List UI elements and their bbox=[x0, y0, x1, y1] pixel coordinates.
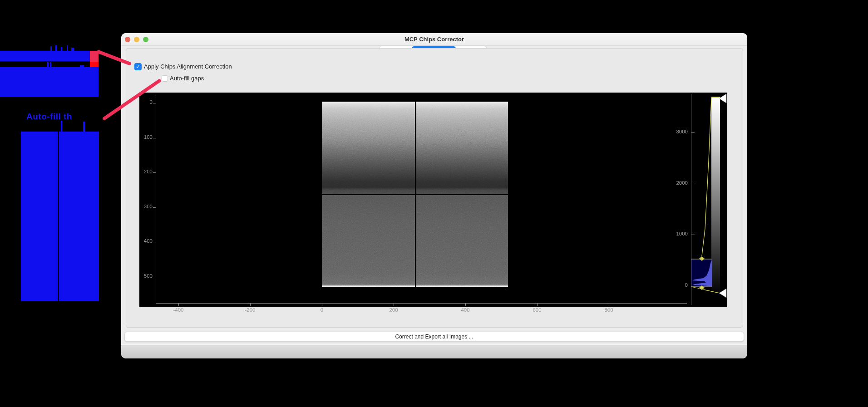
x-tick-label: 0 bbox=[308, 307, 335, 313]
x-tick-mark bbox=[250, 303, 251, 306]
y-tick-label: 300 bbox=[139, 204, 153, 209]
y-tick-label: 400 bbox=[139, 238, 153, 244]
annotation-text-fragment bbox=[50, 62, 51, 67]
x-tick-mark bbox=[322, 303, 322, 306]
annotation-text-fragment bbox=[61, 47, 62, 51]
x-axis-spine bbox=[156, 303, 687, 304]
y-tick-mark bbox=[153, 277, 156, 277]
y-tick-mark bbox=[153, 242, 156, 242]
annotation-highlight-bar bbox=[0, 51, 90, 61]
screenshot-canvas: Auto-fill th MCP Chips Corrector Contras… bbox=[0, 0, 868, 407]
y-tick-label: 200 bbox=[139, 169, 153, 174]
x-tick-mark bbox=[537, 303, 538, 306]
x-tick-label: -200 bbox=[237, 307, 264, 313]
x-tick-label: -400 bbox=[165, 307, 192, 313]
upper-range-handle-icon[interactable] bbox=[699, 256, 705, 261]
annotation-fragment-label: Auto-fill th bbox=[26, 112, 72, 122]
colorbar-tick-label: 3000 bbox=[660, 129, 688, 134]
apply-alignment-label: Apply Chips Alignment Correction bbox=[144, 63, 232, 70]
annotation-highlight-box bbox=[59, 132, 99, 301]
x-tick-mark bbox=[394, 303, 394, 306]
colorbar-tick-label: 1000 bbox=[660, 231, 688, 236]
x-tick-mark bbox=[609, 303, 609, 306]
chip-quadrant-bottom-right bbox=[416, 195, 508, 287]
colorbar-tick-label: 2000 bbox=[660, 180, 688, 186]
annotation-text-fragment bbox=[55, 45, 57, 51]
colorbar-gradient[interactable] bbox=[711, 98, 720, 297]
y-tick-label: 100 bbox=[139, 134, 153, 140]
correct-export-button[interactable]: Correct and Export all Images ... bbox=[124, 332, 744, 342]
min-level-triangle-handle[interactable] bbox=[719, 289, 726, 298]
y-tick-mark bbox=[153, 207, 156, 208]
y-tick-label: 500 bbox=[139, 273, 153, 279]
x-tick-label: 600 bbox=[523, 307, 551, 313]
x-tick-mark bbox=[178, 303, 179, 306]
transfer-function-curve bbox=[702, 98, 711, 256]
autofill-gaps-checkbox[interactable] bbox=[162, 75, 168, 82]
annotation-text-fragment bbox=[67, 45, 68, 51]
histogram-selection-box[interactable] bbox=[691, 259, 712, 287]
colorbar-tick-mark bbox=[691, 235, 695, 235]
x-tick-mark bbox=[465, 303, 466, 306]
annotation-text-fragment bbox=[83, 122, 85, 132]
annotation-highlight-box bbox=[21, 132, 58, 301]
x-tick-label: 200 bbox=[380, 307, 407, 313]
y-tick-mark bbox=[153, 138, 156, 138]
lower-range-handle-icon[interactable] bbox=[699, 285, 705, 290]
y-tick-mark bbox=[153, 172, 156, 173]
colorbar-tick-mark bbox=[691, 184, 695, 184]
chip-quadrant-top-left bbox=[322, 102, 415, 194]
checkmark-icon: ✓ bbox=[136, 64, 140, 70]
annotation-text-fragment bbox=[47, 62, 49, 67]
chip-quadrant-bottom-left bbox=[322, 195, 415, 287]
image-plot-panel[interactable]: -400-20002004006008000100200300400500010… bbox=[139, 93, 727, 307]
annotation-highlight-bar bbox=[0, 67, 99, 97]
colorbar-top-line bbox=[711, 97, 720, 98]
status-bar bbox=[121, 345, 747, 358]
autofill-gaps-label: Auto-fill gaps bbox=[170, 75, 204, 82]
chip-mosaic-image[interactable] bbox=[322, 102, 508, 287]
apply-alignment-checkbox[interactable]: ✓ bbox=[134, 63, 142, 70]
max-level-triangle-handle[interactable] bbox=[719, 94, 726, 103]
title-bar[interactable]: MCP Chips Corrector bbox=[121, 33, 747, 46]
y-tick-label: 0 bbox=[139, 99, 153, 105]
window-title: MCP Chips Corrector bbox=[121, 36, 747, 43]
app-window: MCP Chips Corrector Contrast Alignement … bbox=[121, 33, 747, 358]
annotation-text-fragment bbox=[50, 46, 52, 51]
colorbar-tick-mark bbox=[691, 132, 695, 133]
y-tick-mark bbox=[153, 103, 156, 103]
x-tick-label: 800 bbox=[595, 307, 622, 313]
y-axis-spine bbox=[156, 95, 156, 303]
chip-quadrant-top-right bbox=[416, 102, 508, 194]
annotation-text-fragment bbox=[71, 48, 74, 51]
intensity-histogram bbox=[692, 260, 712, 286]
annotation-text-fragment bbox=[61, 121, 62, 132]
colorbar-tick-mark bbox=[691, 286, 695, 286]
colorbar-tick-label: 0 bbox=[660, 282, 688, 288]
x-tick-label: 400 bbox=[452, 307, 479, 313]
annotation-red-block bbox=[90, 51, 99, 62]
annotation-text-fragment bbox=[80, 65, 84, 67]
